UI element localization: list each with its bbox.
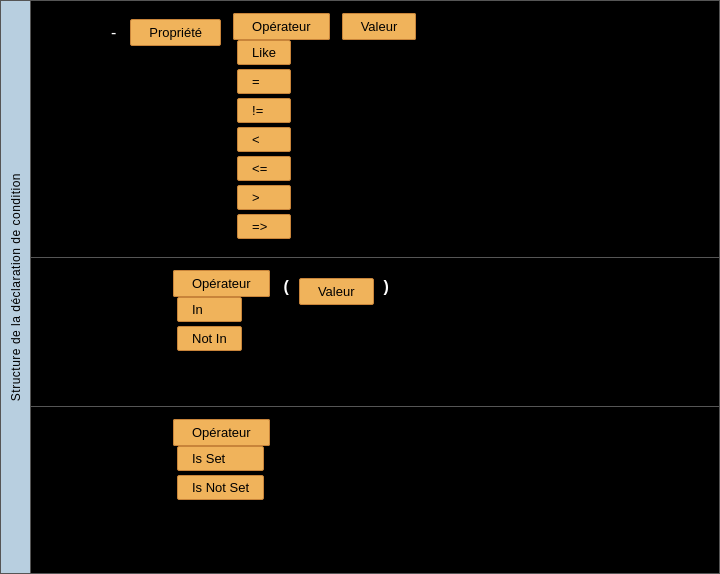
sidebar-label: Structure de la déclaration de condition — [1, 1, 31, 573]
op-in[interactable]: In — [177, 297, 242, 322]
sidebar-label-text: Structure de la déclaration de condition — [9, 173, 23, 401]
op-is-not-set[interactable]: Is Not Set — [177, 475, 264, 500]
main-container: Structure de la déclaration de condition… — [0, 0, 720, 574]
op-lt[interactable]: < — [237, 127, 291, 152]
dash-icon: - — [111, 24, 116, 42]
op-neq[interactable]: != — [237, 98, 291, 123]
op-gte[interactable]: => — [237, 214, 291, 239]
op-eq[interactable]: = — [237, 69, 291, 94]
section-2: Opérateur In Not In ( Valeur ) — [31, 258, 719, 407]
op-gt[interactable]: > — [237, 185, 291, 210]
propriete-header: Propriété — [130, 19, 221, 46]
op-not-in[interactable]: Not In — [177, 326, 242, 351]
operateur-header-1: Opérateur — [233, 13, 330, 40]
op-like[interactable]: Like — [237, 40, 291, 65]
paren-open: ( — [280, 278, 293, 296]
section-1: - Propriété Opérateur Like = != < <= — [31, 1, 719, 258]
content-area: - Propriété Opérateur Like = != < <= — [31, 1, 719, 573]
paren-close: ) — [380, 278, 393, 296]
section-3: Opérateur Is Set Is Not Set — [31, 407, 719, 573]
valeur-header-2: Valeur — [299, 278, 374, 305]
op-is-set[interactable]: Is Set — [177, 446, 264, 471]
operateur-header-2: Opérateur — [173, 270, 270, 297]
valeur-header-1: Valeur — [342, 13, 417, 40]
op-lte[interactable]: <= — [237, 156, 291, 181]
operateur-header-3: Opérateur — [173, 419, 270, 446]
